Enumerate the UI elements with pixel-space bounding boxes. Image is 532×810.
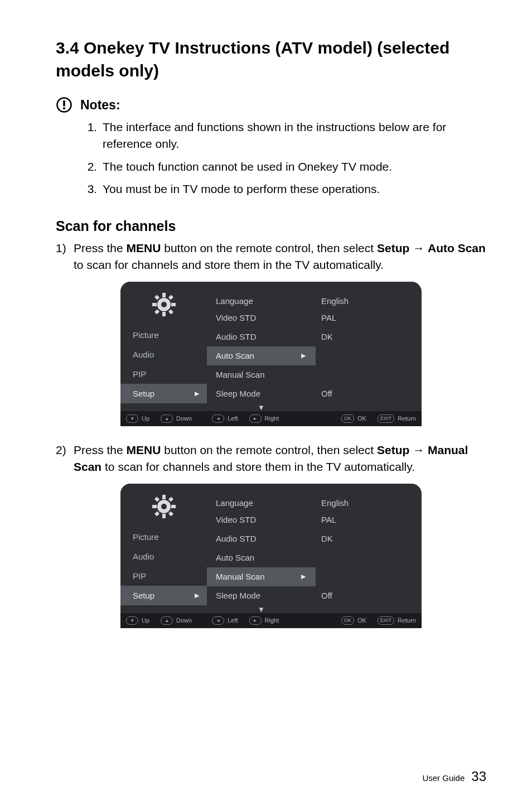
tv-option-labels: Language Video STD Audio STD Auto Scan▶ …	[207, 282, 316, 411]
setup-bold: Setup	[377, 242, 409, 254]
svg-rect-6	[162, 312, 166, 316]
t: Manual Scan	[216, 572, 265, 581]
key-down-icon: ▾	[126, 414, 138, 423]
step-text: Press the MENU button on the remote cont…	[74, 442, 486, 476]
tv-footer-hints: ▾Up ▴Down ◂Left ▸Right OKOK EXITReturn	[120, 613, 422, 628]
opt-language: Language	[207, 484, 316, 510]
t: button on the remote control, then selec…	[161, 443, 377, 456]
chevron-right-icon: ▶	[195, 390, 199, 397]
hint-up: Up	[142, 617, 149, 624]
t: Setup	[133, 591, 154, 600]
gear-icon	[151, 494, 177, 519]
key-exit-icon: EXIT	[378, 414, 394, 423]
val-manual-scan	[316, 365, 422, 384]
tv-option-values: English PAL DK Off	[316, 484, 422, 613]
sidebar-item-picture: Picture	[120, 325, 207, 345]
opt-sleep-mode: Sleep Mode	[207, 384, 316, 403]
val-manual-scan	[316, 567, 422, 586]
hint-down: Down	[176, 415, 192, 422]
gear-icon	[151, 292, 177, 317]
val-auto-scan	[316, 548, 422, 567]
footer-label: User Guide	[422, 773, 465, 783]
svg-rect-10	[168, 295, 173, 300]
svg-point-4	[161, 302, 167, 307]
tv-footer-hints: ▾Up ▴Down ◂Left ▸Right OKOK EXITReturn	[120, 411, 422, 426]
hint-right: Right	[265, 415, 279, 422]
chevron-right-icon: ▶	[301, 573, 306, 580]
hint-ok: OK	[357, 617, 366, 624]
chevron-down-icon: ▼	[207, 605, 316, 613]
notes-list: The interface and functions shown in the…	[56, 119, 486, 198]
key-down-icon: ▾	[126, 616, 138, 625]
arrow-text: →	[409, 242, 428, 254]
hint-return: Return	[398, 415, 416, 422]
svg-rect-9	[154, 295, 159, 300]
t: to scan for channels and store them in t…	[101, 460, 415, 473]
key-up-icon: ▴	[161, 616, 173, 625]
step-number: 1)	[56, 240, 69, 274]
t: button on the remote control, then selec…	[161, 242, 377, 254]
opt-manual-scan: Manual Scan	[207, 365, 316, 384]
val-video-std: PAL	[316, 510, 422, 529]
autoscan-bold: Auto Scan	[428, 242, 486, 254]
chevron-down-icon: ▼	[207, 403, 316, 411]
hint-right: Right	[265, 617, 279, 624]
opt-audio-std: Audio STD	[207, 529, 316, 548]
sidebar-item-audio: Audio	[120, 345, 207, 364]
sidebar-item-setup: Setup▶	[120, 384, 207, 403]
t: Auto Scan	[216, 351, 254, 360]
val-sleep-mode: Off	[316, 586, 422, 605]
sidebar-item-pip: PIP	[120, 364, 207, 384]
note-item: You must be in TV mode to perform these …	[100, 181, 486, 197]
svg-rect-8	[171, 303, 176, 306]
svg-rect-22	[168, 511, 173, 516]
svg-rect-7	[152, 303, 157, 306]
svg-rect-5	[162, 293, 166, 297]
svg-rect-2	[63, 107, 65, 109]
tv-option-values: English PAL DK Off	[316, 282, 422, 411]
t: to scan for channels and store them in t…	[74, 258, 384, 271]
spacer	[316, 605, 422, 613]
t: Press the	[74, 443, 127, 456]
val-language: English	[316, 484, 422, 510]
svg-rect-1	[63, 100, 65, 106]
chevron-right-icon: ▶	[301, 352, 306, 359]
val-video-std: PAL	[316, 308, 422, 327]
val-auto-scan	[316, 346, 422, 365]
key-exit-icon: EXIT	[378, 616, 394, 625]
tv-sidebar: Picture Audio PIP Setup▶	[120, 484, 207, 613]
notes-label: Notes:	[80, 98, 120, 113]
step-text: Press the MENU button on the remote cont…	[74, 240, 486, 274]
hint-left: Left	[228, 617, 238, 624]
opt-sleep-mode: Sleep Mode	[207, 586, 316, 605]
t: Press the	[74, 242, 127, 254]
opt-auto-scan: Auto Scan	[207, 548, 316, 567]
svg-point-14	[161, 504, 167, 509]
info-icon	[56, 97, 72, 113]
val-audio-std: DK	[316, 529, 422, 548]
val-language: English	[316, 282, 422, 308]
svg-rect-12	[168, 309, 173, 314]
arrow-text: →	[409, 443, 428, 456]
menu-bold: MENU	[127, 443, 161, 456]
key-up-icon: ▴	[161, 414, 173, 423]
section-title: 3.4 Onekey TV Instructions (ATV model) (…	[56, 37, 486, 82]
key-right-icon: ▸	[249, 414, 262, 423]
opt-video-std: Video STD	[207, 510, 316, 529]
sidebar-item-setup: Setup▶	[120, 586, 207, 605]
sidebar-item-audio: Audio	[120, 547, 207, 566]
spacer	[316, 403, 422, 411]
step-1: 1) Press the MENU button on the remote c…	[56, 240, 486, 274]
opt-audio-std: Audio STD	[207, 327, 316, 346]
opt-video-std: Video STD	[207, 308, 316, 327]
svg-rect-20	[168, 496, 173, 502]
opt-manual-scan: Manual Scan▶	[207, 567, 316, 586]
key-left-icon: ◂	[212, 414, 224, 423]
opt-auto-scan: Auto Scan▶	[207, 346, 316, 365]
svg-rect-18	[171, 505, 176, 508]
opt-language: Language	[207, 282, 316, 308]
svg-rect-16	[162, 514, 166, 518]
scan-subheading: Scan for channels	[56, 218, 486, 234]
val-sleep-mode: Off	[316, 384, 422, 403]
sidebar-item-picture: Picture	[120, 527, 207, 547]
